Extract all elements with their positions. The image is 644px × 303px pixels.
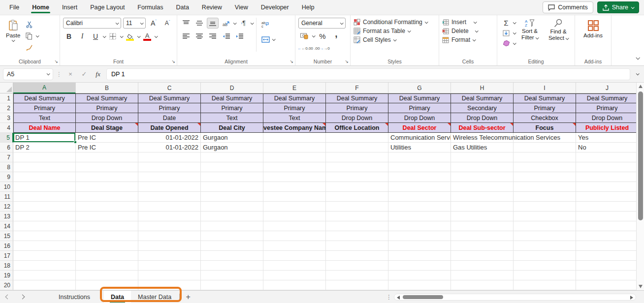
row-header-10[interactable]: 10 (0, 182, 13, 192)
cell-G9[interactable] (388, 172, 451, 182)
cell-J19[interactable] (576, 271, 639, 280)
cell-B3[interactable]: Drop Down (76, 113, 138, 123)
cell-G5[interactable]: Communication Services (388, 133, 451, 143)
row-header-11[interactable]: 11 (0, 192, 13, 202)
middle-align-button[interactable] (193, 18, 205, 29)
cell-I8[interactable] (514, 162, 576, 172)
cell-E6[interactable] (263, 143, 326, 152)
row-header-12[interactable]: 12 (0, 202, 13, 212)
cell-H16[interactable] (451, 241, 514, 251)
cell-G12[interactable] (388, 202, 451, 212)
tab-view[interactable]: View (228, 0, 255, 15)
chevron-down-icon[interactable] (251, 21, 254, 25)
cell-A1[interactable]: Deal Summary (13, 93, 76, 103)
cell-E15[interactable] (263, 231, 326, 241)
cell-D1[interactable]: Deal Summary (201, 93, 263, 103)
column-header-D[interactable]: D (201, 83, 263, 93)
cell-G13[interactable] (388, 212, 451, 221)
share-button[interactable]: Share (597, 1, 639, 13)
find-select-button[interactable]: Find & Select (544, 18, 573, 43)
cell-D8[interactable] (201, 162, 263, 172)
cell-H14[interactable] (451, 221, 514, 231)
cell-G18[interactable] (388, 261, 451, 271)
cell-J20[interactable] (576, 280, 639, 290)
cell-F16[interactable] (326, 241, 388, 251)
cell-H7[interactable] (451, 152, 514, 162)
decrease-indent-button[interactable] (220, 31, 232, 42)
cell-F4[interactable]: Office Location (326, 123, 388, 133)
fill-color-button[interactable] (124, 31, 136, 42)
cell-J3[interactable]: Drop Down (576, 113, 639, 123)
delete-cells-button[interactable]: Delete (442, 28, 478, 34)
comma-style-button[interactable]: , (330, 30, 342, 41)
cell-B14[interactable] (76, 221, 138, 231)
cell-D18[interactable] (201, 261, 263, 271)
tab-formulas[interactable]: Formulas (131, 0, 169, 15)
cell-B18[interactable] (76, 261, 138, 271)
cell-F3[interactable]: Drop Down (326, 113, 388, 123)
clear-button[interactable] (500, 38, 515, 48)
cell-A13[interactable] (13, 212, 76, 221)
chevron-down-icon[interactable] (312, 34, 316, 37)
autosum-button[interactable]: Σ (500, 18, 515, 28)
cell-G17[interactable] (388, 251, 451, 261)
increase-indent-button[interactable] (233, 31, 245, 42)
cell-C2[interactable]: Primary (138, 103, 201, 113)
cell-F5[interactable] (326, 133, 388, 143)
cell-C5[interactable]: 01-01-2022 (138, 133, 201, 143)
cell-A6[interactable]: DP 2 (13, 143, 76, 152)
row-header-5[interactable]: 5 (0, 133, 13, 143)
cell-D2[interactable]: Primary (201, 103, 263, 113)
row-header-8[interactable]: 8 (0, 162, 13, 172)
column-header-H[interactable]: H (451, 83, 514, 93)
cell-A14[interactable] (13, 221, 76, 231)
cell-D16[interactable] (201, 241, 263, 251)
cell-I17[interactable] (514, 251, 576, 261)
cell-E12[interactable] (263, 202, 326, 212)
cell-B2[interactable]: Primary (76, 103, 138, 113)
cell-D5[interactable]: Gurgaon (201, 133, 263, 143)
row-header-20[interactable]: 20 (0, 280, 13, 290)
cell-E14[interactable] (263, 221, 326, 231)
cell-I13[interactable] (514, 212, 576, 221)
cell-E1[interactable]: Deal Summary (263, 93, 326, 103)
format-as-table-button[interactable]: Format as Table (354, 28, 427, 34)
cell-F13[interactable] (326, 212, 388, 221)
chevron-down-icon[interactable] (272, 37, 276, 41)
cell-A17[interactable] (13, 251, 76, 261)
cell-G4[interactable]: Deal Sector (388, 123, 451, 133)
next-sheet-icon[interactable] (15, 295, 30, 299)
name-box[interactable]: A5 (3, 68, 53, 80)
scroll-up-icon[interactable] (639, 85, 643, 88)
formula-input[interactable]: DP 1 (106, 68, 630, 80)
cell-A8[interactable] (13, 162, 76, 172)
cell-D4[interactable]: Deal City (201, 123, 263, 133)
format-painter-button[interactable] (23, 42, 35, 53)
tab-help[interactable]: Help (295, 0, 321, 15)
cell-H19[interactable] (451, 271, 514, 280)
cell-D14[interactable] (201, 221, 263, 231)
cell-I6[interactable] (514, 143, 576, 152)
cell-E17[interactable] (263, 251, 326, 261)
cell-H8[interactable] (451, 162, 514, 172)
cell-A2[interactable]: Primary (13, 103, 76, 113)
clipboard-dialog-launcher-icon[interactable]: ↘ (54, 59, 58, 64)
scroll-right-icon[interactable] (630, 296, 633, 300)
cell-I9[interactable] (514, 172, 576, 182)
tab-home[interactable]: Home (26, 0, 56, 15)
cell-E11[interactable] (263, 192, 326, 202)
select-all-button[interactable] (0, 83, 13, 93)
cell-F6[interactable] (326, 143, 388, 152)
cell-B15[interactable] (76, 231, 138, 241)
column-header-F[interactable]: F (326, 83, 388, 93)
cell-E8[interactable] (263, 162, 326, 172)
cell-F11[interactable] (326, 192, 388, 202)
cell-C3[interactable]: Date (138, 113, 201, 123)
chevron-down-icon[interactable] (155, 34, 158, 38)
cell-C17[interactable] (138, 251, 201, 261)
align-left-button[interactable] (180, 31, 192, 42)
cell-A4[interactable]: Deal Name (13, 123, 76, 133)
cell-H4[interactable]: Deal Sub-sector (451, 123, 514, 133)
number-format-combobox[interactable]: General (298, 18, 346, 29)
cell-G15[interactable] (388, 231, 451, 241)
